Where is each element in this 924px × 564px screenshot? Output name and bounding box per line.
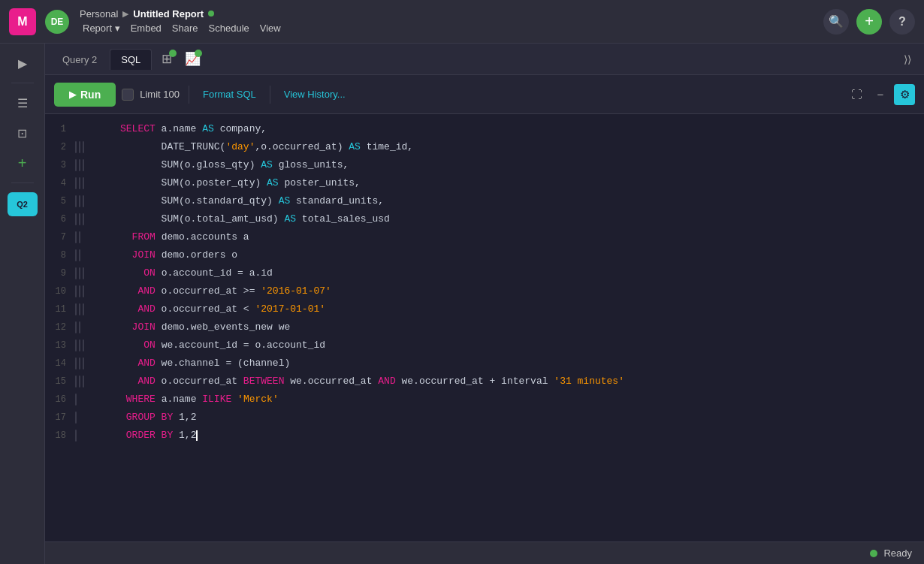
- sql-line-1: 1 SELECT a.name AS company,: [45, 120, 924, 138]
- sql-line-3: 3 SUM(o.gloss_qty) AS gloss_units,: [45, 156, 924, 174]
- view-history-button[interactable]: View History...: [279, 86, 350, 103]
- panel-collapse-btn[interactable]: ⟩⟩: [897, 49, 918, 70]
- sql-line-4: 4 SUM(o.poster_qty) AS poster_units,: [45, 174, 924, 192]
- run-icon: ▶: [69, 89, 76, 100]
- sidebar-divider-2: [11, 182, 34, 183]
- format-sql-button[interactable]: Format SQL: [198, 86, 261, 103]
- sql-line-14: 14 AND we.channel = (channel): [45, 354, 924, 372]
- nav-view[interactable]: View: [257, 21, 284, 35]
- tab-table-icon[interactable]: ⊞: [155, 47, 179, 71]
- left-sidebar: ▶ ☰ ⊡ + Q2: [0, 44, 45, 564]
- status-indicator: [870, 550, 877, 557]
- nav-embed[interactable]: Embed: [128, 21, 165, 35]
- sql-line-9: 9 ON o.account_id = a.id: [45, 264, 924, 282]
- query2-badge[interactable]: Q2: [8, 192, 38, 216]
- user-avatar[interactable]: DE: [45, 10, 69, 34]
- sql-editor[interactable]: 1 SELECT a.name AS company, 2 DATE_TRUNC…: [45, 114, 924, 541]
- sql-line-10: 10 AND o.occurred_at >= '2016-01-07': [45, 282, 924, 300]
- search-button[interactable]: 🔍: [823, 9, 849, 35]
- sql-line-16: 16 WHERE a.name ILIKE 'Merck': [45, 391, 924, 409]
- add-button[interactable]: +: [856, 9, 882, 35]
- sql-line-6: 6 SUM(o.total_amt_usd) AS total_sales_us…: [45, 210, 924, 228]
- tab-query2[interactable]: Query 2: [51, 49, 108, 70]
- sql-line-11: 11 AND o.occurred_at < '2017-01-01': [45, 300, 924, 318]
- report-title: Untitled Report: [133, 8, 204, 20]
- breadcrumb: Personal ▶ Untitled Report Report ▾ Embe…: [80, 8, 284, 35]
- tabs-bar: Query 2 SQL ⊞ 📈 ⟩⟩: [45, 44, 924, 75]
- limit-checkbox[interactable]: [122, 89, 134, 101]
- run-button[interactable]: ▶ Run: [54, 83, 116, 107]
- sidebar-grid-btn[interactable]: ⊡: [9, 119, 36, 146]
- tab-sql[interactable]: SQL: [110, 49, 152, 70]
- chart-badge: [195, 50, 202, 57]
- sql-line-8: 8 JOIN demo.orders o: [45, 246, 924, 264]
- sql-line-15: 15 AND o.occurred_at BETWEEN we.occurred…: [45, 372, 924, 391]
- settings-icon[interactable]: ⚙: [894, 84, 915, 105]
- sidebar-pages-btn[interactable]: ☰: [9, 89, 36, 116]
- help-button[interactable]: ?: [889, 9, 915, 35]
- status-bar: Ready: [45, 541, 924, 564]
- save-status-dot: [208, 11, 214, 17]
- sql-line-5: 5 SUM(o.standard_qty) AS standard_units,: [45, 192, 924, 210]
- sql-line-2: 2 DATE_TRUNC('day',o.occurred_at) AS tim…: [45, 138, 924, 156]
- nav-schedule[interactable]: Schedule: [206, 21, 252, 35]
- status-label: Ready: [883, 547, 912, 559]
- toolbar-divider-2: [270, 86, 270, 104]
- app-logo[interactable]: M: [9, 8, 36, 35]
- sidebar-divider-1: [11, 83, 34, 83]
- sql-line-13: 13 ON we.account_id = o.account_id: [45, 336, 924, 354]
- top-nav: M DE Personal ▶ Untitled Report Report ▾…: [0, 0, 924, 44]
- nav-report[interactable]: Report ▾: [80, 21, 123, 35]
- sql-toolbar: ▶ Run Limit 100 Format SQL View History.…: [45, 75, 924, 114]
- sql-line-12: 12 JOIN demo.web_events_new we: [45, 318, 924, 336]
- minimize-editor-icon[interactable]: −: [870, 84, 891, 105]
- right-panel: Query 2 SQL ⊞ 📈 ⟩⟩ ▶ Run: [45, 44, 924, 564]
- toolbar-divider-1: [189, 86, 189, 104]
- sql-line-7: 7 FROM demo.accounts a: [45, 228, 924, 246]
- tab-chart-icon[interactable]: 📈: [180, 47, 204, 71]
- main-area: ▶ ☰ ⊡ + Q2 Query 2 SQL ⊞ 📈: [0, 44, 924, 564]
- nav-share[interactable]: Share: [169, 21, 201, 35]
- breadcrumb-arrow: ▶: [122, 9, 128, 19]
- sidebar-add-btn[interactable]: +: [9, 149, 36, 176]
- toolbar-icon-group: ⛶ − ⚙: [846, 84, 915, 105]
- limit-toggle[interactable]: Limit 100: [122, 89, 180, 101]
- workspace-label: Personal: [80, 8, 118, 20]
- table-badge: [169, 50, 177, 57]
- sql-line-18: 18 ORDER BY 1,2: [45, 427, 924, 445]
- sidebar-expand-btn[interactable]: ▶: [9, 50, 36, 77]
- expand-editor-icon[interactable]: ⛶: [846, 84, 867, 105]
- sql-line-17: 17 GROUP BY 1,2: [45, 409, 924, 427]
